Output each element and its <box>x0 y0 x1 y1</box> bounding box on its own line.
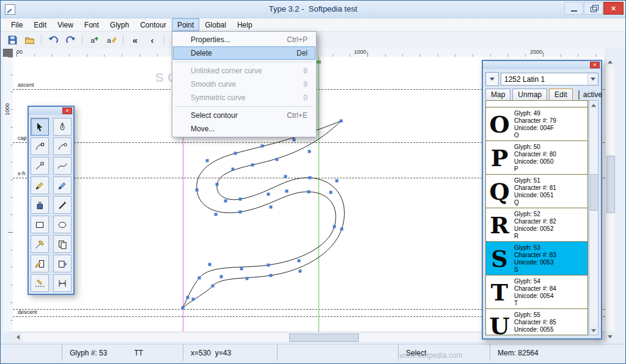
metrics-tool[interactable] <box>53 274 72 292</box>
menu-item-symmetric-curve[interactable]: Symmetric curve0 <box>173 91 315 104</box>
character-number: Character #: 80 <box>514 151 586 158</box>
character-number: Character #: 81 <box>514 184 586 192</box>
glyph-scroll-thumb[interactable] <box>590 174 598 211</box>
menu-item-label: Delete <box>191 49 212 57</box>
menu-item-edit[interactable]: Edit <box>28 18 52 31</box>
combo-arrow[interactable] <box>587 73 598 85</box>
menu-item-label: Unlinked corner curve <box>191 67 262 75</box>
close-button[interactable]: × <box>603 2 624 15</box>
glyph-row[interactable]: R Glyph: 52Character #: 82Unicode: 0052R <box>486 208 587 242</box>
menu-item-shortcut: 0 <box>303 93 307 102</box>
scroll-down-button[interactable] <box>605 332 615 341</box>
unmap-button[interactable]: Unmap <box>512 89 547 101</box>
chevron-down-icon <box>490 78 495 81</box>
menu-item-help[interactable]: Help <box>232 18 258 31</box>
glyph-row[interactable]: P Glyph: 50Character #: 80Unicode: 0050P <box>486 141 587 175</box>
measure-tool[interactable] <box>31 235 49 253</box>
menu-item-smooth-curve[interactable]: Smooth curve9 <box>173 78 315 91</box>
toolbar-separator <box>41 34 42 45</box>
glyph-row-selected[interactable]: S Glyph: 53Character #: 83Unicode: 0053S <box>486 242 587 275</box>
menu-item-font[interactable]: Font <box>79 18 105 31</box>
corner-point-tool[interactable] <box>31 137 49 155</box>
glyph-scroll-up-button[interactable] <box>589 101 598 109</box>
menu-item-delete[interactable]: DeleteDel <box>173 46 315 60</box>
previous-glyph-button[interactable]: ‹ <box>144 33 160 47</box>
simplify-tool[interactable] <box>31 274 49 292</box>
menu-item-view[interactable]: View <box>52 18 79 31</box>
glyph-scroll-down-button[interactable] <box>589 326 598 335</box>
edit-button[interactable]: Edit <box>549 89 573 101</box>
smooth-point-tool[interactable] <box>53 137 72 155</box>
tangent-point-tool[interactable] <box>31 157 49 175</box>
menu-bar: File Edit View Font Glyph Contour Point … <box>1 18 625 32</box>
open-button[interactable] <box>21 33 37 47</box>
menu-item-global[interactable]: Global <box>199 18 232 31</box>
menu-item-glyph[interactable]: Glyph <box>105 18 134 31</box>
menu-item-point[interactable]: Point <box>172 18 199 31</box>
status-segment <box>1 344 62 361</box>
menu-item-file[interactable]: File <box>6 18 28 31</box>
vertical-scroll-thumb[interactable] <box>606 156 615 213</box>
horizontal-scroll-thumb[interactable] <box>289 333 359 342</box>
menu-item-unlinked-corner-curve[interactable]: Unlinked corner curve8 <box>173 64 315 78</box>
unicode-value: Unicode: 0051 <box>514 192 586 199</box>
map-button[interactable]: Map <box>485 89 510 101</box>
menu-item-contour[interactable]: Contour <box>134 18 172 31</box>
arrow-down-icon <box>591 329 596 332</box>
trace-tool[interactable] <box>31 255 49 272</box>
glyph-row[interactable]: T Glyph: 54Character #: 84Unicode: 0054T <box>486 275 587 309</box>
glyph-palette-close-button[interactable]: × <box>590 62 600 68</box>
glyph-palette-title-bar[interactable]: × <box>483 61 601 69</box>
status-glyph-number: Glyph #: 53 <box>70 349 107 357</box>
menu-separator <box>175 62 314 62</box>
glyph-list-scrollbar[interactable] <box>589 100 598 335</box>
add-glyph-button[interactable]: a <box>86 33 102 47</box>
menu-item-properties[interactable]: Properties...Ctrl+P <box>173 33 315 46</box>
previous-glyph-icon: ‹ <box>151 35 154 45</box>
pencil-tool[interactable] <box>31 177 49 194</box>
menu-item-shortcut: Ctrl+E <box>287 111 307 120</box>
reverse-contour-tool[interactable] <box>53 255 72 272</box>
active-checkbox[interactable] <box>578 90 580 100</box>
undo-button[interactable] <box>45 33 61 47</box>
menu-item-shortcut: 8 <box>303 67 307 75</box>
scroll-up-button[interactable] <box>605 57 615 67</box>
character-number: Character #: 82 <box>514 218 586 225</box>
copy-contour-tool[interactable] <box>53 235 72 253</box>
status-segment: x=530 y=43 <box>183 344 277 361</box>
unicode-value: Unicode: 0052 <box>514 225 586 233</box>
glyph-row[interactable]: U Glyph: 55Character #: 85Unicode: 0055U <box>486 309 587 335</box>
scroll-left-button[interactable] <box>13 332 23 342</box>
glyph-row[interactable]: Q Glyph: 51Character #: 81Unicode: 0051Q <box>486 175 587 208</box>
menu-item-select-contour[interactable]: Select contourCtrl+E <box>173 109 315 122</box>
minimize-button[interactable] <box>564 2 583 15</box>
curve-tool[interactable] <box>53 157 72 175</box>
menu-item-move[interactable]: Move... <box>173 122 315 136</box>
arrow-up-icon <box>608 60 613 64</box>
character-value: P <box>514 166 586 173</box>
redo-button[interactable] <box>62 33 78 47</box>
rectangle-tool[interactable] <box>31 216 49 233</box>
glyph-row[interactable]: N N <box>486 100 587 107</box>
vertical-scrollbar[interactable] <box>605 57 615 341</box>
glyph-row[interactable]: O Glyph: 49Character #: 79Unicode: 004FO <box>486 107 587 141</box>
knife-tool[interactable] <box>53 196 72 214</box>
toolbar-separator <box>82 34 83 45</box>
menu-separator <box>175 106 314 107</box>
window-title: Type 3.2 - Softpedia test <box>1 4 625 13</box>
tool-palette-title-bar[interactable]: × <box>29 107 73 115</box>
glyph-properties-button[interactable]: a <box>103 33 119 47</box>
first-glyph-button[interactable]: « <box>127 33 143 47</box>
fill-tool[interactable] <box>31 196 49 214</box>
tool-palette-close-button[interactable]: × <box>62 107 72 114</box>
encoding-dropdown-small[interactable] <box>485 72 499 86</box>
restore-button[interactable] <box>584 2 603 15</box>
arrow-left-icon <box>17 335 20 340</box>
unicode-value: Unicode: 004F <box>514 125 586 132</box>
freehand-tool[interactable] <box>53 177 72 194</box>
pen-tool[interactable] <box>53 118 72 136</box>
save-button[interactable] <box>4 33 20 47</box>
encoding-combobox[interactable]: 1252 Latin 1 <box>501 73 598 86</box>
pointer-tool[interactable] <box>31 118 49 136</box>
ellipse-tool[interactable] <box>53 216 72 233</box>
